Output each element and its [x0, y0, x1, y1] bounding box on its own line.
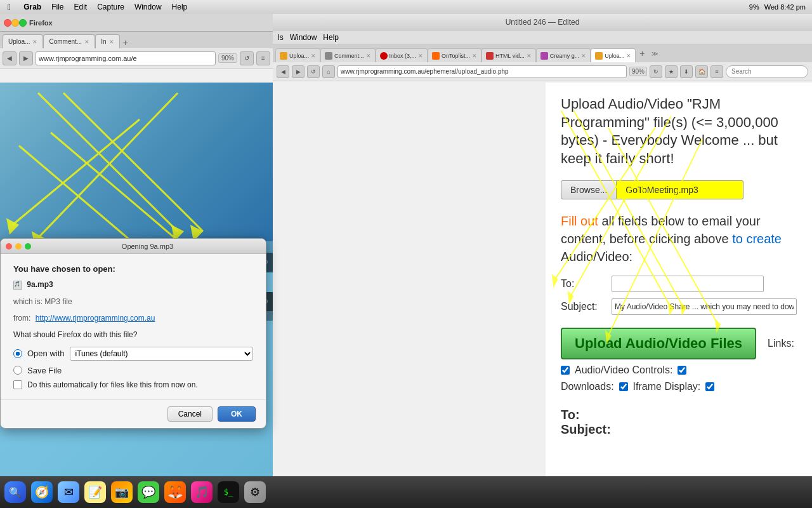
- browser2-home-btn[interactable]: ⌂: [322, 65, 335, 78]
- tab-label-5: Creamy g...: [550, 53, 580, 59]
- browser2-tab-1[interactable]: Comment... ✕: [320, 48, 376, 62]
- dialog-which-is: which is: MP3 file: [13, 297, 253, 306]
- firefox-tab-1[interactable]: Comment... ✕: [43, 34, 95, 48]
- downloads-checkbox[interactable]: [619, 382, 628, 391]
- dock-terminal[interactable]: $_: [216, 478, 241, 506]
- tab-close-0[interactable]: ✕: [311, 53, 316, 59]
- apple-logo-icon[interactable]: : [8, 2, 11, 12]
- menubar-file[interactable]: File: [51, 3, 63, 11]
- tab-close-1[interactable]: ✕: [366, 53, 371, 59]
- browser2-refresh-btn[interactable]: ↻: [650, 65, 662, 78]
- links-checkbox[interactable]: [561, 366, 570, 375]
- back-button[interactable]: ◀: [3, 51, 16, 65]
- dock-notes[interactable]: 📝: [82, 478, 108, 506]
- dock-photos[interactable]: 📷: [109, 478, 134, 506]
- mac-menubar:  Grab File Edit Capture Window Help 9% …: [0, 0, 812, 14]
- firefox-tab-2[interactable]: In ✕: [95, 34, 119, 48]
- av-controls-checkbox[interactable]: [678, 366, 686, 375]
- dock-firefox[interactable]: 🦊: [162, 478, 188, 506]
- menubar-grab[interactable]: Grab: [23, 3, 41, 11]
- subject-input[interactable]: [612, 298, 797, 315]
- tab-favicon-6: [595, 52, 603, 60]
- browser2-menu-window[interactable]: Window: [290, 33, 317, 42]
- tab-label-6: Uploa...: [605, 53, 624, 59]
- tab-close-2[interactable]: ✕: [418, 53, 423, 59]
- browse-button[interactable]: Browse...: [561, 180, 617, 199]
- search-input[interactable]: [726, 65, 808, 78]
- iframe-checkbox[interactable]: [705, 382, 714, 391]
- browser-window-2: Untitled 246 — Edited ls Window Help Upl…: [273, 14, 812, 508]
- dialog-question: What should Firefox do with this file?: [13, 330, 253, 339]
- browser2-url-bar[interactable]: [337, 65, 627, 78]
- dialog-close-btn[interactable]: [6, 243, 12, 250]
- dock-safari[interactable]: 🧭: [29, 478, 55, 506]
- browser2-tabs-bar: Uploa... ✕ Comment... ✕ Inbox (3,... ✕ O…: [273, 44, 812, 62]
- browser2-home2-btn[interactable]: 🏠: [695, 65, 708, 78]
- browser2-menu2-btn[interactable]: ≡: [710, 65, 723, 78]
- browser2-forward-btn[interactable]: ▶: [292, 65, 304, 78]
- browser2-back-btn[interactable]: ◀: [277, 65, 289, 78]
- browser2-bookmark-btn[interactable]: ★: [665, 65, 678, 78]
- menubar-right: 9% Wed 8:42 pm: [749, 3, 812, 11]
- fill-instruction: Fill out all fields below to email your …: [561, 212, 797, 265]
- dock-itunes[interactable]: 🎵: [189, 478, 214, 506]
- browser2-tab-0[interactable]: Uploa... ✕: [275, 48, 320, 62]
- tab-close-3[interactable]: ✕: [472, 53, 477, 59]
- dialog-maximize-btn[interactable]: [25, 243, 31, 250]
- browser2-tab-4[interactable]: HTML vid... ✕: [481, 48, 536, 62]
- browser2-tab-overflow-btn[interactable]: ≫: [649, 50, 660, 57]
- dialog-from-url[interactable]: http://www.rjmprogramming.com.au: [36, 314, 155, 323]
- dialog-body: You have chosen to open: 🎵 9a.mp3 which …: [1, 254, 266, 399]
- tab-close-icon[interactable]: ✕: [109, 39, 114, 45]
- browser2-tab-2[interactable]: Inbox (3,... ✕: [376, 48, 428, 62]
- save-file-radio[interactable]: [13, 366, 22, 375]
- cancel-button[interactable]: Cancel: [167, 406, 213, 422]
- ff-minimize-btn[interactable]: [11, 19, 19, 27]
- to-input[interactable]: [612, 276, 764, 292]
- dock-system-prefs[interactable]: ⚙: [242, 478, 268, 506]
- browser2-tab-5[interactable]: Creamy g... ✕: [536, 48, 591, 62]
- browser2-menu-help[interactable]: Help: [323, 33, 339, 42]
- tab-close-5[interactable]: ✕: [581, 53, 586, 59]
- tab-favicon-4: [486, 52, 494, 60]
- ff-maximize-btn[interactable]: [19, 19, 27, 27]
- browser2-save-btn[interactable]: ⬇: [680, 65, 693, 78]
- tab-close-icon[interactable]: ✕: [84, 39, 89, 45]
- url-bar[interactable]: [36, 51, 216, 65]
- browser2-titlebar: Untitled 246 — Edited: [273, 14, 812, 30]
- tab-favicon-2: [380, 52, 388, 60]
- dock-messages[interactable]: 💬: [136, 478, 161, 506]
- browser2-reload-btn[interactable]: ↺: [307, 65, 320, 78]
- tab-close-4[interactable]: ✕: [527, 53, 532, 59]
- dock-finder[interactable]: 🔍: [3, 478, 28, 506]
- ff-close-btn[interactable]: [4, 19, 11, 27]
- open-with-option: Open with iTunes (default): [13, 347, 253, 361]
- tab-close-6[interactable]: ✕: [626, 53, 631, 59]
- menubar-help[interactable]: Help: [172, 3, 188, 11]
- browser2-tab-3[interactable]: OnToplist... ✕: [428, 48, 481, 62]
- taskbar: 🔍 🧭 ✉ 📝 📷 💬 🦊 🎵 $_ ⚙: [0, 476, 812, 508]
- new-tab-btn[interactable]: +: [120, 37, 131, 48]
- tab-close-icon[interactable]: ✕: [32, 39, 37, 45]
- menu-button[interactable]: ≡: [256, 51, 270, 65]
- menubar-window[interactable]: Window: [134, 3, 162, 11]
- ok-button[interactable]: OK: [218, 406, 256, 422]
- tab-favicon-5: [540, 52, 548, 60]
- auto-checkbox[interactable]: [13, 380, 22, 389]
- reload-button[interactable]: ↺: [240, 51, 254, 65]
- tab-favicon-3: [432, 52, 440, 60]
- dialog-minimize-btn[interactable]: [15, 243, 22, 250]
- menubar-capture[interactable]: Capture: [97, 3, 124, 11]
- dock-mail[interactable]: ✉: [56, 478, 81, 506]
- firefox-tab-0[interactable]: Uploa... ✕: [3, 34, 43, 48]
- dialog-file-name-row: 🎵 9a.mp3: [13, 280, 253, 290]
- forward-button[interactable]: ▶: [19, 51, 33, 65]
- subject-field-row: Subject:: [561, 298, 797, 315]
- upload-button[interactable]: Upload Audio/Video Files: [561, 328, 756, 359]
- browser2-tab-6[interactable]: Uploa... ✕: [591, 48, 636, 62]
- menubar-edit[interactable]: Edit: [74, 3, 87, 11]
- browser2-menu-ls[interactable]: ls: [278, 33, 284, 42]
- open-with-radio[interactable]: [13, 349, 22, 358]
- open-with-select[interactable]: iTunes (default): [70, 347, 253, 361]
- browser2-new-tab-btn[interactable]: +: [636, 48, 648, 58]
